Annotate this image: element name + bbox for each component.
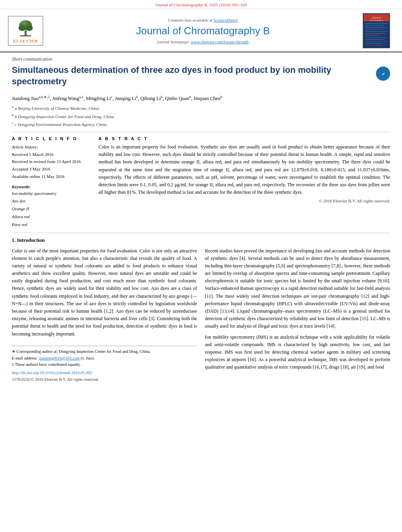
affiliation-a: a a Beijing University of Chinese Medici…: [12, 104, 390, 112]
keywords-section: Keywords: Ion mobility spectrometry Azo …: [12, 184, 91, 229]
svg-rect-11: [365, 25, 385, 26]
journal-citation: Journal of Chromatography B, 1025 (2016)…: [155, 2, 247, 7]
divider-after-abstract: [12, 233, 390, 233]
affiliations: a a Beijing University of Chinese Medici…: [12, 104, 390, 128]
intro-right-text2: Ion mobility spectrometry (IMS) is an an…: [205, 334, 390, 371]
revised-date: Received in revised form 15 April 2016: [12, 158, 91, 165]
keywords-label: Keywords:: [12, 184, 91, 189]
authors-line: Jiandong Jiaoa,b,∗,1, Jinfeng Wanga,1, M…: [12, 94, 390, 102]
homepage-url[interactable]: www.elsevier.com/locate/chromb: [191, 39, 249, 44]
article-body: Short communication Simultaneous determi…: [0, 52, 402, 391]
header-area: ELSEVIER Contents lists available at Sci…: [0, 9, 402, 52]
svg-rect-16: [365, 35, 381, 36]
svg-rect-12: [365, 27, 387, 28]
abstract-column: A B S T R A C T Color is an important pr…: [99, 136, 390, 228]
header-center: Contents lists available at ScienceDirec…: [51, 18, 355, 44]
keyword-2: Azo dye: [12, 197, 91, 205]
elsevier-brand-text: ELSEVIER: [13, 39, 38, 43]
svg-rect-19: [365, 41, 388, 42]
left-column: Color is one of the most important prope…: [12, 247, 197, 383]
crossmark-badge: ✓: [376, 67, 390, 81]
journal-bar: Journal of Chromatography B, 1025 (2016)…: [0, 0, 402, 9]
footnote-area: ∗ Corresponding author at: Dongying Insp…: [12, 346, 197, 368]
main-content: Color is one of the most important prope…: [12, 247, 390, 383]
abstract-text: Color is an important property for food …: [99, 143, 390, 196]
elsevier-logo: ELSEVIER: [8, 16, 43, 46]
abstract-label: A B S T R A C T: [99, 136, 390, 141]
copyright-line: 1570-0232/© 2016 Elsevier B.V. All right…: [12, 376, 197, 383]
intro-right-text1: Recent studies have proved the importanc…: [205, 247, 390, 330]
intro-left-text: Color is one of the most important prope…: [12, 247, 197, 338]
abstract-copyright: © 2016 Elsevier B.V. All rights reserved…: [99, 198, 390, 203]
affiliation-c: c c Dongying Environmental Protection Ag…: [12, 120, 390, 128]
equal-contribution-note: 1 These authors have contributed equally…: [12, 361, 197, 368]
svg-text:✓: ✓: [382, 72, 385, 76]
available-date: Available online 11 May 2016: [12, 173, 91, 180]
keyword-1: Ion mobility spectrometry: [12, 190, 91, 198]
svg-text:Chromatography B: Chromatography B: [370, 19, 383, 21]
sciencedirect-line: Contents lists available at ScienceDirec…: [51, 18, 355, 22]
accepted-date: Accepted 3 May 2016: [12, 165, 91, 173]
svg-point-3: [19, 25, 26, 31]
crossmark-icon: ✓: [376, 67, 390, 81]
article-info-column: A R T I C L E I N F O Article history: R…: [12, 136, 91, 228]
section1-title: Introduction: [17, 237, 45, 243]
keyword-3: Orange II: [12, 205, 91, 213]
info-abstract-section: A R T I C L E I N F O Article history: R…: [12, 136, 390, 228]
article-history: Article history: Received 5 March 2016 R…: [12, 143, 91, 180]
svg-rect-18: [365, 39, 385, 40]
section1-heading: 1. Introduction: [12, 237, 390, 243]
authors-text: Jiandong Jiaoa,b,∗,1, Jinfeng Wanga,1, M…: [12, 96, 222, 101]
sciencedirect-link[interactable]: ScienceDirect: [214, 18, 238, 22]
right-column: Recent studies have proved the importanc…: [205, 247, 390, 383]
svg-rect-0: [24, 31, 26, 36]
svg-rect-10: [365, 23, 388, 24]
doi-line: http://dx.doi.org/10.1016/j.jchromb.2016…: [12, 370, 197, 376]
svg-rect-14: [365, 31, 388, 32]
article-type-label: Short communication: [12, 52, 390, 65]
email-suffix: (J. Jiao).: [81, 356, 95, 360]
svg-point-4: [26, 25, 33, 31]
article-title: Simultaneous determination of three azo …: [12, 65, 372, 87]
email-label: E-mail address:: [12, 356, 38, 360]
homepage-label: journal homepage:: [157, 39, 190, 44]
affiliation-b: b b Dongying Inspection Center for Food …: [12, 112, 390, 120]
cover-image: Journal of Chromatography B: [363, 13, 390, 48]
svg-rect-13: [365, 29, 383, 30]
section1-number: 1.: [12, 237, 16, 243]
received-date: Received 5 March 2016: [12, 151, 91, 158]
elsevier-tree-icon: [14, 18, 37, 38]
contents-label: Contents lists available at: [168, 18, 212, 22]
svg-point-5: [21, 21, 27, 25]
journal-cover: Journal of Chromatography B: [363, 13, 390, 48]
svg-rect-1: [20, 35, 31, 37]
logo-box: ELSEVIER: [8, 16, 43, 46]
cover-svg: Journal of Chromatography B: [363, 13, 390, 48]
doi-link[interactable]: http://dx.doi.org/10.1016/j.jchromb.2016…: [12, 371, 92, 375]
history-label: Article history:: [12, 143, 91, 151]
article-info-label: A R T I C L E I N F O: [12, 136, 91, 141]
svg-rect-20: [365, 43, 382, 44]
divider-after-affiliations: [12, 132, 390, 132]
email-link[interactable]: jiandong0016@163.com: [39, 356, 80, 360]
journal-title: Journal of Chromatography B: [51, 25, 355, 37]
email-footnote: E-mail address: jiandong0016@163.com (J.…: [12, 355, 197, 362]
svg-rect-15: [365, 33, 385, 34]
svg-rect-17: [365, 37, 387, 38]
svg-text:Journal of: Journal of: [372, 17, 381, 19]
svg-rect-21: [365, 45, 385, 46]
journal-homepage: journal homepage: www.elsevier.com/locat…: [51, 39, 355, 44]
corresponding-footnote: ∗ Corresponding author at: Dongying Insp…: [12, 348, 197, 355]
keywords-list: Ion mobility spectrometry Azo dye Orange…: [12, 190, 91, 229]
keyword-4: Allura red: [12, 213, 91, 221]
page-wrapper: Journal of Chromatography B, 1025 (2016)…: [0, 0, 402, 532]
keyword-5: Para red: [12, 221, 91, 229]
